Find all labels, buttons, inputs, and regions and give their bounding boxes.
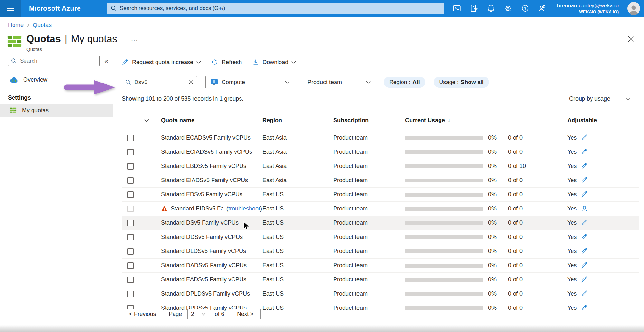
table-row[interactable]: Standard EIADSv5 Family vCPUsEast AsiaPr…	[122, 173, 639, 188]
quota-name: Standard DADSv5 Family vCPUs	[161, 262, 247, 269]
row-checkbox[interactable]	[127, 191, 134, 198]
table-row[interactable]: Standard EBDSv5 Family vCPUsEast AsiaPro…	[122, 159, 639, 173]
table-row[interactable]: Standard EIDSv5 Family vCPUs(troubleshoo…	[122, 202, 639, 216]
close-icon[interactable]	[627, 35, 635, 43]
breadcrumb-home-link[interactable]: Home	[8, 22, 24, 29]
edit-pencil-icon[interactable]	[581, 191, 639, 198]
row-checkbox[interactable]	[127, 277, 134, 283]
sidebar-item-my-quotas[interactable]: My quotas	[0, 104, 113, 117]
edit-pencil-icon[interactable]	[581, 262, 639, 269]
usage-percent: 0%	[488, 262, 508, 269]
table-row[interactable]: Standard DADSv5 Family vCPUsEast USProdu…	[122, 259, 639, 273]
table-row[interactable]: Standard DLDSv5 Family vCPUsEast USProdu…	[122, 244, 639, 259]
row-checkbox[interactable]	[127, 291, 134, 297]
subscription-cell: Product team	[333, 134, 405, 141]
edit-pencil-icon[interactable]	[581, 290, 639, 297]
region-cell: East Asia	[262, 149, 333, 155]
usage-count: 0 of 0	[508, 149, 567, 155]
page-title: Quotas | My quotas …	[26, 33, 138, 45]
more-options-button[interactable]: …	[131, 37, 138, 41]
table-row[interactable]: Standard DDSv5 Family vCPUsEast USProduc…	[122, 230, 639, 244]
troubleshoot-link[interactable]: troubleshoot	[228, 205, 260, 212]
row-checkbox[interactable]	[127, 163, 134, 170]
column-current-usage[interactable]: Current Usage↓	[405, 117, 488, 124]
edit-pencil-icon[interactable]	[581, 305, 639, 311]
chevron-down-icon	[291, 61, 296, 64]
avatar[interactable]	[627, 2, 640, 15]
support-request-icon[interactable]	[581, 205, 639, 212]
quota-name: Standard DDSv5 Family vCPUs	[161, 234, 243, 240]
column-quota-name[interactable]: Quota name	[161, 117, 262, 124]
table-row[interactable]: Standard DPLDSv5 Family vCPUsEast USProd…	[122, 287, 639, 301]
chevron-down-icon	[285, 81, 289, 84]
edit-pencil-icon[interactable]	[581, 149, 639, 155]
row-checkbox[interactable]	[127, 248, 134, 255]
quota-name: Standard EIDSv5 Family vCPUs	[171, 205, 223, 212]
page-number-select[interactable]: 2	[187, 309, 209, 319]
usage-bar	[405, 193, 483, 197]
quota-search-input[interactable]	[134, 79, 185, 86]
adjustable-value: Yes	[567, 134, 581, 141]
column-adjustable[interactable]: Adjustable	[567, 117, 581, 124]
row-checkbox[interactable]	[127, 234, 134, 240]
row-checkbox[interactable]	[127, 262, 134, 269]
edit-pencil-icon[interactable]	[581, 163, 639, 170]
group-collapse-chevron-icon[interactable]	[144, 119, 149, 122]
feedback-icon[interactable]	[538, 4, 546, 13]
clear-icon[interactable]	[188, 80, 194, 85]
portal-menu-icon[interactable]	[0, 0, 21, 17]
row-checkbox[interactable]	[127, 206, 134, 212]
usage-count: 0 of 0	[508, 290, 567, 297]
row-checkbox[interactable]	[127, 135, 134, 141]
directory-filter-icon[interactable]	[470, 4, 478, 13]
download-button[interactable]: Download	[252, 59, 296, 66]
refresh-button[interactable]: Refresh	[211, 59, 242, 66]
column-region[interactable]: Region	[262, 117, 333, 124]
row-checkbox[interactable]	[127, 220, 134, 226]
column-subscription[interactable]: Subscription	[333, 117, 405, 124]
request-quota-increase-button[interactable]: Request quota increase	[122, 59, 201, 66]
notifications-bell-icon[interactable]	[487, 4, 495, 13]
account-info[interactable]: brennan.conley@weka.io WEKAIO (WEKA.IO)	[557, 2, 619, 15]
edit-pencil-icon[interactable]	[581, 220, 639, 226]
usage-count: 0 of 0	[508, 234, 567, 240]
breadcrumb-current-link[interactable]: Quotas	[33, 22, 52, 29]
table-row[interactable]: Standard ECIADSv5 Family vCPUsEast AsiaP…	[122, 145, 639, 159]
quotas-icon	[7, 34, 22, 49]
previous-page-button[interactable]: < Previous	[122, 309, 163, 319]
subscription-cell: Product team	[333, 248, 405, 255]
quota-name: Standard EBDSv5 Family vCPUs	[161, 163, 246, 170]
search-icon	[125, 79, 131, 85]
usage-filter-pill[interactable]: Usage :Show all	[434, 77, 489, 88]
subscription-dropdown[interactable]: Product team	[303, 76, 375, 88]
next-page-button[interactable]: Next >	[230, 309, 261, 319]
cloud-shell-icon[interactable]	[453, 4, 461, 13]
row-checkbox[interactable]	[127, 177, 134, 184]
usage-bar	[405, 179, 483, 182]
region-filter-pill[interactable]: Region :All	[384, 77, 425, 88]
global-search-input[interactable]: Search resources, services, and docs (G+…	[107, 3, 444, 14]
divider	[113, 71, 639, 71]
table-row[interactable]: Standard DSv5 Family vCPUsEast USProduct…	[122, 216, 639, 230]
edit-pencil-icon[interactable]	[581, 134, 639, 141]
edit-pencil-icon[interactable]	[581, 276, 639, 283]
sidebar-search-input[interactable]	[8, 56, 100, 66]
edit-pencil-icon[interactable]	[581, 248, 639, 255]
sidebar-collapse-button[interactable]: «	[104, 57, 108, 65]
group-by-dropdown[interactable]: Group by usage	[564, 93, 635, 104]
row-checkbox[interactable]	[127, 149, 134, 155]
page-title-separator: |	[65, 33, 67, 45]
quota-search-box[interactable]	[122, 76, 197, 88]
table-row[interactable]: Standard EDSv5 Family vCPUsEast USProduc…	[122, 188, 639, 202]
edit-pencil-icon[interactable]	[581, 177, 639, 184]
edit-pencil-icon[interactable]	[581, 234, 639, 240]
table-row[interactable]: Standard EADSv5 Family vCPUsEast USProdu…	[122, 273, 639, 287]
service-dropdown[interactable]: Compute	[205, 76, 294, 88]
region-cell: East Asia	[262, 163, 333, 170]
table-row[interactable]: Standard ECADSv5 Family vCPUsEast AsiaPr…	[122, 131, 639, 145]
account-tenant: WEKAIO (WEKA.IO)	[557, 9, 619, 15]
settings-gear-icon[interactable]	[504, 4, 512, 13]
help-icon[interactable]: ?	[521, 4, 529, 13]
quota-name: Standard EIADSv5 Family vCPUs	[161, 177, 248, 184]
region-cell: East US	[262, 248, 333, 255]
